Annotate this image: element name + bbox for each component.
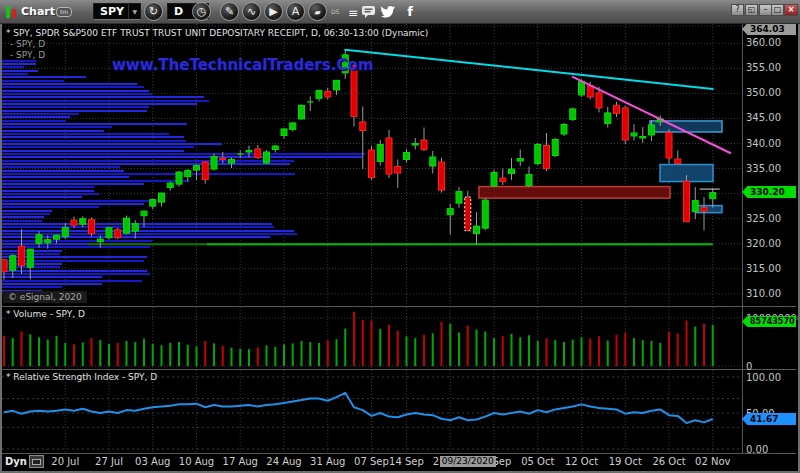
volume-bar[interactable]	[712, 325, 714, 366]
candle[interactable]	[570, 109, 576, 120]
candle[interactable]	[290, 123, 296, 130]
volume-bar[interactable]	[178, 342, 180, 366]
candle[interactable]	[561, 124, 567, 134]
volume-pane[interactable]	[2, 307, 742, 369]
volume-bar[interactable]	[362, 320, 364, 366]
rsi-line[interactable]	[4, 393, 713, 423]
candle[interactable]	[544, 146, 550, 169]
volume-bar[interactable]	[432, 333, 434, 366]
volume-bar[interactable]	[239, 349, 241, 366]
volume-bar[interactable]	[607, 341, 609, 366]
volume-bar[interactable]	[528, 335, 530, 366]
candle[interactable]	[194, 166, 200, 171]
volume-bar[interactable]	[143, 339, 145, 366]
volume-bar[interactable]	[379, 329, 381, 366]
layout-button[interactable]: ≡	[342, 4, 358, 20]
candle[interactable]	[325, 91, 331, 97]
candle[interactable]	[377, 145, 383, 162]
candle[interactable]	[587, 86, 593, 97]
volume-bar[interactable]	[266, 345, 268, 366]
candle[interactable]	[526, 175, 532, 186]
volume-bar[interactable]	[204, 341, 206, 366]
pane-divider[interactable]	[2, 369, 796, 370]
facebook-button[interactable]: f	[402, 4, 418, 20]
volume-bar[interactable]	[598, 336, 600, 366]
candle[interactable]	[474, 226, 480, 234]
candle[interactable]	[299, 105, 305, 119]
volume-bar[interactable]	[134, 342, 136, 366]
candle[interactable]	[675, 159, 681, 164]
dyn-mode-icon[interactable]	[29, 455, 44, 468]
volume-bar[interactable]	[29, 334, 31, 366]
volume-bar[interactable]	[327, 341, 329, 366]
volume-bar[interactable]	[694, 327, 696, 366]
volume-bar[interactable]	[581, 337, 583, 366]
candle[interactable]	[19, 246, 25, 266]
volume-bar[interactable]	[353, 312, 355, 366]
volume-bar[interactable]	[703, 324, 705, 366]
candle[interactable]	[614, 105, 620, 113]
dyn-button[interactable]: Dyn	[5, 456, 27, 467]
twitter-button[interactable]	[381, 5, 396, 18]
volume-bar[interactable]	[554, 340, 556, 366]
candle[interactable]	[2, 260, 7, 272]
candle[interactable]	[202, 162, 208, 180]
volume-bar[interactable]	[152, 344, 154, 366]
volume-bar[interactable]	[283, 344, 285, 366]
volume-bar[interactable]	[572, 340, 574, 366]
maximize-button[interactable]: □	[771, 4, 784, 16]
volume-bar[interactable]	[458, 332, 460, 366]
candle[interactable]	[649, 125, 655, 135]
trendline-tool-button[interactable]: ∿	[242, 2, 261, 21]
candle[interactable]	[97, 239, 103, 242]
candle[interactable]	[500, 178, 506, 182]
candle[interactable]	[666, 132, 672, 158]
candle[interactable]	[185, 171, 191, 177]
candle[interactable]	[579, 81, 585, 95]
candle[interactable]	[80, 219, 86, 225]
volume-bar[interactable]	[213, 343, 215, 366]
candle[interactable]	[106, 228, 112, 238]
candle[interactable]	[150, 200, 156, 207]
volume-bar[interactable]	[169, 343, 171, 366]
volume-bar[interactable]	[537, 341, 539, 366]
volume-bar[interactable]	[511, 334, 513, 366]
candle[interactable]	[596, 93, 602, 108]
volume-bar[interactable]	[301, 341, 303, 366]
volume-bar[interactable]	[563, 342, 565, 366]
refresh-button[interactable]: ↻	[144, 2, 163, 21]
volume-bar[interactable]	[449, 324, 451, 366]
candle[interactable]	[246, 151, 252, 153]
time-axis[interactable]: Dyn 09/23/2020 20 Jul27 Jul03 Aug10 Aug1…	[2, 454, 796, 471]
candle[interactable]	[386, 138, 392, 174]
volume-bar[interactable]	[56, 336, 58, 366]
volume-bar[interactable]	[257, 347, 259, 366]
volume-bar[interactable]	[476, 330, 478, 366]
volume-bar[interactable]	[47, 340, 49, 366]
volume-bar[interactable]	[642, 340, 644, 366]
candle[interactable]	[412, 144, 418, 146]
volume-bar[interactable]	[397, 330, 399, 366]
pane-divider[interactable]	[2, 306, 796, 307]
volume-bar[interactable]	[659, 343, 661, 366]
candle[interactable]	[255, 149, 261, 158]
candle[interactable]	[159, 193, 165, 202]
volume-bar[interactable]	[292, 343, 294, 366]
candle[interactable]	[710, 193, 716, 199]
volume-bar[interactable]	[414, 338, 416, 366]
candle[interactable]	[701, 208, 707, 212]
candle[interactable]	[10, 256, 16, 271]
volume-bar[interactable]	[677, 333, 679, 366]
candle[interactable]	[124, 218, 130, 233]
volume-bar[interactable]	[502, 336, 504, 366]
candle[interactable]	[229, 160, 235, 164]
candle[interactable]	[211, 157, 217, 170]
volume-bar[interactable]	[546, 338, 548, 366]
volume-bar[interactable]	[406, 336, 408, 366]
volume-bar[interactable]	[423, 335, 425, 366]
volume-bar[interactable]	[651, 341, 653, 366]
volume-bar[interactable]	[336, 339, 338, 366]
candle[interactable]	[132, 224, 138, 232]
volume-bar[interactable]	[38, 337, 40, 366]
volume-bar[interactable]	[493, 338, 495, 366]
